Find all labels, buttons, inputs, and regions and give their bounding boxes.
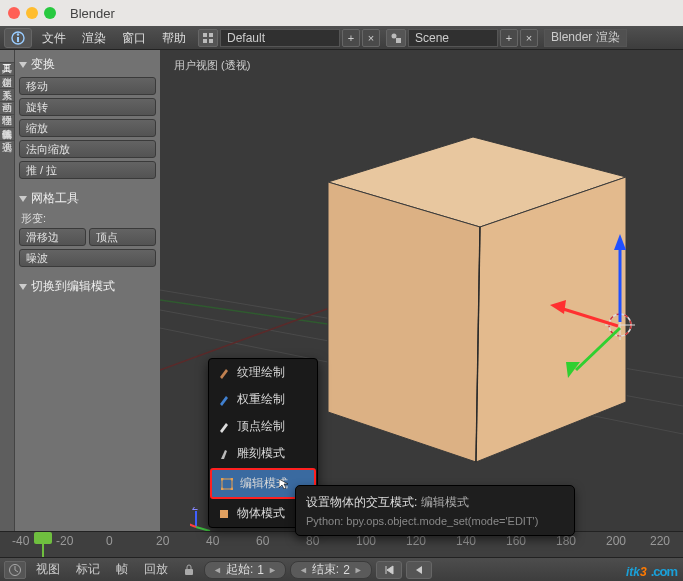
tool-normal-scale[interactable]: 法向缩放 <box>19 140 156 158</box>
panel-switchmode-header[interactable]: 切换到编辑模式 <box>19 276 156 299</box>
tl-tick: 220 <box>650 534 670 548</box>
edit-icon <box>220 477 234 491</box>
layout-add-button[interactable]: + <box>342 29 360 47</box>
svg-point-43 <box>231 478 234 481</box>
vtab-tools[interactable]: 工具 <box>0 50 14 63</box>
svg-point-2 <box>17 33 19 35</box>
tl-tick: 180 <box>556 534 576 548</box>
svg-rect-1 <box>17 37 19 42</box>
svg-rect-50 <box>185 569 193 575</box>
svg-rect-3 <box>203 33 207 37</box>
tooltip-desc: 设置物体的交互模式: 编辑模式 <box>306 494 564 511</box>
tool-rotate[interactable]: 旋转 <box>19 98 156 116</box>
close-window-button[interactable] <box>8 7 20 19</box>
svg-point-7 <box>392 33 397 38</box>
tool-pushpull[interactable]: 推 / 拉 <box>19 161 156 179</box>
menu-window[interactable]: 窗口 <box>114 26 154 50</box>
mode-item-label: 物体模式 <box>237 505 285 522</box>
vtab-physics[interactable]: 物理 <box>0 102 14 115</box>
tool-sidebar: 工具 创建 关系 动画 物理 基体编辑 选项 变换 移动 旋转 缩放 法向缩放 … <box>0 50 160 581</box>
chevron-left-icon: ◄ <box>299 565 308 575</box>
tl-tick: 120 <box>406 534 426 548</box>
scene-browse-button[interactable] <box>386 29 406 47</box>
mode-item-weightpaint[interactable]: 权重绘制 <box>209 386 317 413</box>
tool-vertex[interactable]: 顶点 <box>89 228 156 246</box>
tl-menu-view[interactable]: 视图 <box>30 561 66 578</box>
layout-name-field[interactable]: Default <box>220 29 340 47</box>
svg-text:z: z <box>192 507 198 513</box>
tl-tick: 60 <box>256 534 269 548</box>
engine-text: Blender 渲染 <box>551 29 620 46</box>
mode-item-texturepaint[interactable]: 纹理绘制 <box>209 359 317 386</box>
watermark-text: .com <box>651 564 677 579</box>
tl-tick: 140 <box>456 534 476 548</box>
maximize-window-button[interactable] <box>44 7 56 19</box>
vtab-greasepencil[interactable]: 基体编辑 <box>0 115 14 128</box>
timeline-header: 视图 标记 帧 回放 ◄ 起始: 1 ► ◄ 结束: 2 ► <box>0 557 683 581</box>
end-frame-field[interactable]: ◄ 结束: 2 ► <box>290 561 372 579</box>
app-title: Blender <box>70 6 115 21</box>
scene-delete-button[interactable]: × <box>520 29 538 47</box>
panel-meshtools-header[interactable]: 网格工具 <box>19 188 156 211</box>
chevron-right-icon: ► <box>268 565 277 575</box>
watermark-text: itk <box>626 565 640 579</box>
tool-noise[interactable]: 噪波 <box>19 249 156 267</box>
scene-name-field[interactable]: Scene <box>408 29 498 47</box>
chevron-down-icon <box>19 196 27 202</box>
prev-key-button[interactable] <box>406 561 432 579</box>
watermark: itk3.com <box>626 564 677 579</box>
tool-edge-slide[interactable]: 滑移边 <box>19 228 86 246</box>
chevron-right-icon: ► <box>354 565 363 575</box>
start-value: 1 <box>257 563 264 577</box>
tl-menu-frame[interactable]: 帧 <box>110 561 134 578</box>
transform-gizmo[interactable] <box>578 220 683 400</box>
lock-icon[interactable] <box>178 561 200 579</box>
svg-rect-41 <box>222 479 232 489</box>
panel-transform-header[interactable]: 变换 <box>19 54 156 77</box>
jump-start-button[interactable] <box>376 561 402 579</box>
layout-delete-button[interactable]: × <box>362 29 380 47</box>
layout-browse-button[interactable] <box>198 29 218 47</box>
timeline: -40 -20 0 20 40 60 80 100 120 140 160 18… <box>0 531 683 581</box>
scene-name-text: Scene <box>415 31 449 45</box>
weight-icon <box>217 393 231 407</box>
mode-item-vertexpaint[interactable]: 顶点绘制 <box>209 413 317 440</box>
vtab-options[interactable]: 选项 <box>0 128 14 141</box>
tl-tick: -40 <box>12 534 29 548</box>
svg-line-49 <box>15 570 18 572</box>
svg-rect-46 <box>220 510 228 518</box>
tool-move[interactable]: 移动 <box>19 77 156 95</box>
svg-line-27 <box>576 328 620 370</box>
titlebar: Blender <box>0 0 683 26</box>
svg-point-44 <box>221 487 224 490</box>
timeline-editor-icon[interactable] <box>4 561 26 579</box>
layout-name-text: Default <box>227 31 265 45</box>
mode-item-sculpt[interactable]: 雕刻模式 <box>209 440 317 467</box>
end-label: 结束: <box>312 561 339 578</box>
svg-rect-4 <box>209 33 213 37</box>
vtab-relation[interactable]: 关系 <box>0 76 14 89</box>
start-frame-field[interactable]: ◄ 起始: 1 ► <box>204 561 286 579</box>
tl-menu-marker[interactable]: 标记 <box>70 561 106 578</box>
render-engine-dropdown[interactable]: Blender 渲染 <box>544 29 627 47</box>
menu-render[interactable]: 渲染 <box>74 26 114 50</box>
menu-help[interactable]: 帮助 <box>154 26 194 50</box>
menu-file[interactable]: 文件 <box>34 26 74 50</box>
vtab-anim[interactable]: 动画 <box>0 89 14 102</box>
timeline-cursor[interactable] <box>42 532 44 557</box>
svg-marker-16 <box>328 182 480 462</box>
tl-menu-playback[interactable]: 回放 <box>138 561 174 578</box>
tl-tick: 20 <box>156 534 169 548</box>
tl-tick: 200 <box>606 534 626 548</box>
info-editor-icon[interactable] <box>4 28 32 48</box>
end-value: 2 <box>343 563 350 577</box>
scene-add-button[interactable]: + <box>500 29 518 47</box>
tl-tick: 0 <box>106 534 113 548</box>
vtab-create[interactable]: 创建 <box>0 63 14 76</box>
tool-scale[interactable]: 缩放 <box>19 119 156 137</box>
mode-item-label: 雕刻模式 <box>237 445 285 462</box>
chevron-down-icon <box>19 62 27 68</box>
watermark-text: 3 <box>640 565 647 579</box>
label-deform: 形变: <box>19 211 156 228</box>
minimize-window-button[interactable] <box>26 7 38 19</box>
